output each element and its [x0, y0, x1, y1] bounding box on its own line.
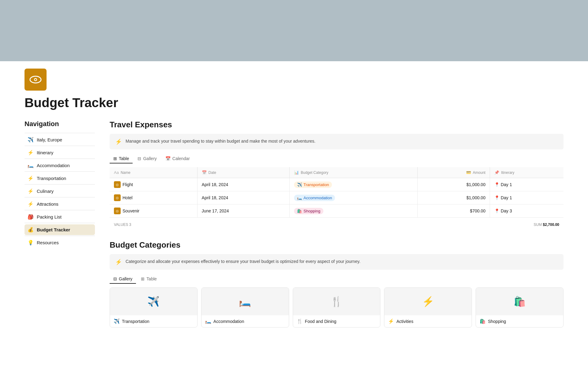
calendar-tab-icon: 📅 [165, 156, 171, 161]
sidebar-divider [24, 210, 95, 210]
sidebar-item-label: Packing List [37, 214, 62, 219]
row-category-cell: 🛍️ Shopping [290, 204, 418, 218]
col-itinerary: 📌 Itinerary [490, 167, 564, 178]
row-amount: $1,000.00 [466, 182, 485, 187]
travel-expenses-info-text: Manage and track your travel spending to… [126, 138, 315, 144]
row-itinerary: Day 3 [501, 208, 512, 213]
sidebar-item-packing-list[interactable]: 🎒 Packing List [24, 212, 95, 222]
amount-col-label: Amount [473, 170, 485, 175]
table-row: ◎ Hotel April 18, 2024 🛏️ Accommodation [110, 191, 564, 204]
col-name: Aa Name [110, 167, 197, 178]
col-budget-category: 📊 Budget Category [290, 167, 418, 178]
card-label: Food and Dining [305, 319, 337, 324]
tag-label: Shopping [303, 209, 320, 213]
table-values-label: VALUES 3 [114, 223, 131, 227]
culinary-icon: ⚡ [28, 188, 34, 194]
sidebar-item-accommodation[interactable]: 🛏️ Accommodation [24, 160, 95, 171]
sidebar-item-attractions[interactable]: ⚡ Attractions [24, 199, 95, 209]
gallery-card-food-dining[interactable]: 🍴 🍴 Food and Dining [293, 287, 381, 328]
sidebar-item-label: Resources [37, 240, 59, 245]
sidebar-item-resources[interactable]: 💡 Resources [24, 237, 95, 248]
card-body-icon: 🛏️ [205, 318, 211, 324]
table-row: ◎ Souvenir June 17, 2024 🛍️ Shopping [110, 204, 564, 218]
card-body-icon: ✈️ [114, 318, 120, 324]
gallery-card-header: 🛏️ [202, 288, 289, 315]
row-date-cell: April 18, 2024 [197, 178, 289, 191]
table-tab-label: Table [119, 156, 129, 161]
sidebar-item-label: Transportation [37, 176, 66, 181]
budget-categories-info-text: Categorize and allocate your expenses ef… [126, 258, 360, 265]
tab-calendar[interactable]: 📅 Calendar [162, 154, 194, 163]
budget-cat-col-icon: 📊 [294, 170, 299, 175]
row-name-cell: ◎ Hotel [110, 191, 197, 204]
values-keyword: VALUES [114, 223, 128, 227]
budget-categories-tabs: ⊟ Gallery ⊞ Table [110, 275, 564, 284]
gallery-card-header: ✈️ [110, 288, 197, 315]
sidebar-item-label: Culinary [37, 189, 54, 194]
sidebar-divider [24, 146, 95, 146]
sidebar-item-culinary[interactable]: ⚡ Culinary [24, 186, 95, 197]
row-name-icon: ◎ [114, 181, 121, 188]
sidebar-item-label: Budget Tracker [37, 227, 70, 232]
col-date: 📅 Date [197, 167, 289, 178]
gallery-card-accommodation[interactable]: 🛏️ 🛏️ Accommodation [201, 287, 289, 328]
sidebar-item-itinerary[interactable]: ⚡ Itinerary [24, 147, 95, 158]
row-itinerary-cell: 📍 Day 1 [490, 191, 564, 204]
row-name-icon: ◎ [114, 208, 121, 214]
sidebar: Navigation ✈️ Italy, Europe ⚡ Itinerary … [24, 120, 95, 328]
gallery-card-activities[interactable]: ⚡ ⚡ Activities [384, 287, 472, 328]
tag-icon: 🛍️ [297, 209, 302, 213]
sidebar-item-label: Italy, Europe [37, 137, 62, 142]
sidebar-item-transportation[interactable]: ⚡ Transportation [24, 173, 95, 184]
card-label: Transportation [122, 319, 149, 324]
row-name: Flight [123, 182, 133, 187]
sidebar-divider [24, 197, 95, 197]
tab-gallery[interactable]: ⊟ Gallery [134, 154, 160, 163]
card-label: Shopping [488, 319, 506, 324]
tag-icon: 🛏️ [297, 196, 302, 200]
sidebar-item-label: Itinerary [37, 150, 53, 155]
table-tab-label-2: Table [146, 276, 156, 281]
gallery-card-body: 🛍️ Shopping [476, 315, 563, 327]
travel-expenses-info-box: ⚡ Manage and track your travel spending … [110, 134, 564, 149]
row-date-cell: June 17, 2024 [197, 204, 289, 218]
gallery-tab-label: Gallery [143, 156, 156, 161]
pin-icon: 📍 [494, 195, 499, 200]
budget-categories-title: Budget Categories [110, 240, 564, 250]
card-header-icon: ✈️ [147, 296, 160, 307]
sidebar-divider [24, 171, 95, 172]
sidebar-item-budget-tracker[interactable]: 💰 Budget Tracker [24, 224, 95, 235]
gallery-card-body: ✈️ Transportation [110, 315, 197, 327]
amount-col-icon: 💳 [466, 170, 471, 175]
row-name: Souvenir [123, 208, 139, 213]
row-date: April 18, 2024 [202, 195, 228, 200]
tab-table-budget[interactable]: ⊞ Table [137, 275, 160, 284]
card-header-icon: 🛏️ [239, 296, 251, 307]
table-footer: VALUES 3 SUM $2,700.00 [110, 220, 564, 229]
name-col-label: Name [121, 170, 130, 175]
gallery-tab-label-2: Gallery [119, 276, 132, 281]
tag-label: Transportation [303, 182, 329, 187]
tab-gallery-budget[interactable]: ⊟ Gallery [110, 275, 136, 284]
sidebar-heading: Navigation [24, 120, 95, 128]
tab-table[interactable]: ⊞ Table [110, 154, 133, 163]
card-header-icon: 🛍️ [514, 296, 526, 307]
budget-tracker-nav-icon: 💰 [28, 227, 34, 233]
table-sum: SUM $2,700.00 [534, 223, 559, 227]
table-row: ◎ Flight April 18, 2024 ✈️ Transportatio… [110, 178, 564, 191]
row-category-tag: 🛏️ Accommodation [294, 195, 335, 201]
values-count: 3 [129, 223, 131, 227]
gallery-card-shopping[interactable]: 🛍️ 🛍️ Shopping [476, 287, 564, 328]
pin-icon: 📍 [494, 208, 499, 213]
sidebar-item-italy-europe[interactable]: ✈️ Italy, Europe [24, 134, 95, 145]
name-col-icon: Aa [114, 170, 119, 175]
calendar-tab-label: Calendar [172, 156, 190, 161]
sum-value: $2,700.00 [543, 223, 559, 227]
card-label: Accommodation [213, 319, 244, 324]
travel-expenses-section: Travel Expenses ⚡ Manage and track your … [110, 120, 564, 229]
gallery-cards-row: ✈️ ✈️ Transportation 🛏️ 🛏️ Accommodation [110, 287, 564, 328]
row-date-cell: April 18, 2024 [197, 191, 289, 204]
row-name-cell: ◎ Flight [110, 178, 197, 191]
gallery-card-transportation[interactable]: ✈️ ✈️ Transportation [110, 287, 198, 328]
sidebar-divider [24, 159, 95, 159]
